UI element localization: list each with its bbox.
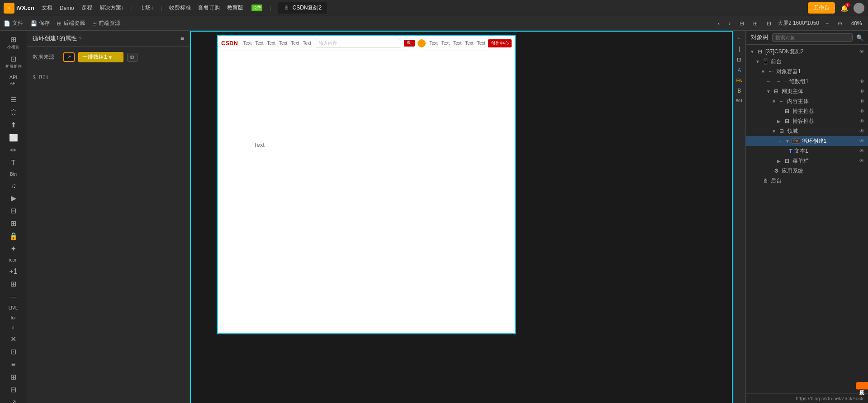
layout-btn1[interactable]: ⊟ [737, 19, 747, 28]
tree-item-qiantai[interactable]: ▼ 📱 前台 [746, 56, 868, 66]
edge-tool-arrow[interactable]: ← [735, 33, 744, 42]
sidebar-shape[interactable]: ⬡ [2, 107, 25, 118]
nav-docs[interactable]: 文档 [42, 4, 52, 12]
user-avatar[interactable] [854, 3, 864, 14]
tree-item-domain[interactable]: ▼ ⊟ 领域 👁 [746, 126, 868, 136]
sidebar-pen[interactable]: ✏ [2, 145, 25, 156]
copy-btn[interactable]: ⧉ [127, 53, 138, 62]
tree-item-blogger[interactable]: ▼ ⊟ 博主推荐 👁 [746, 106, 868, 116]
logo[interactable]: i iVX.cn [4, 3, 34, 14]
sidebar-grid3[interactable]: ⊞ [2, 372, 25, 383]
sidebar-extensions[interactable]: ⊡ 扩展组件 [2, 54, 25, 71]
edge-tool-sof[interactable]: 501 [735, 97, 744, 104]
sidebar-arrow[interactable]: ↗ [2, 397, 25, 403]
eye-icon-loop[interactable]: 👁 [859, 138, 864, 144]
sidebar-btn[interactable]: Btn [2, 170, 25, 178]
prev-button[interactable]: ‹ [715, 19, 722, 28]
tree-item-loop-create[interactable]: → ▼ for 循环创建1 👁 [746, 136, 868, 146]
sidebar-rect[interactable]: ⬜ [2, 132, 25, 143]
edge-tool-grid[interactable]: ⊡ [735, 55, 744, 64]
tree-item-array1[interactable]: ← ··· 一维数组1 👁 [746, 76, 868, 86]
sidebar-list2[interactable]: ⊟ [2, 384, 25, 395]
props-more-btn[interactable]: ≡ [180, 35, 184, 42]
eye-icon-text1[interactable]: 👁 [859, 148, 864, 154]
tree-item-menubar[interactable]: ▶ ⊟ 菜单栏 👁 [746, 156, 868, 166]
search-icon[interactable]: 🔍 [856, 34, 863, 41]
nav-demo[interactable]: Demo [60, 5, 74, 11]
sidebar-lock[interactable]: 🔒 [2, 231, 25, 242]
sidebar-api[interactable]: API API [2, 73, 25, 87]
edge-tool-b[interactable]: B [735, 86, 744, 95]
edge-tool-fw[interactable]: Fw [735, 77, 744, 84]
notification-bell[interactable]: 🔔 1 [840, 5, 848, 12]
tree-item-container1[interactable]: ▼ ··· 对象容器1 [746, 66, 868, 76]
tree-item-webpage[interactable]: ▼ ⊟ 网页主体 👁 [746, 86, 868, 96]
tree-item-appsystem[interactable]: ▼ ⚙ 应用系统 [746, 166, 868, 176]
nav-education[interactable]: 教育版 [227, 4, 243, 12]
eye-icon-root[interactable]: 👁 [859, 49, 864, 54]
nav-csdn-tab[interactable]: 🖥 CSDN复刻2 [278, 2, 327, 14]
zoom-out-button[interactable]: − [823, 19, 831, 28]
csdn-search-btn[interactable]: 🔍 [404, 40, 415, 47]
canvas-area[interactable]: CSDN Text Text Text Text Text Text 输入内容 … [190, 31, 733, 403]
sidebar-live[interactable]: LIVE [2, 304, 25, 312]
edge-tool-sep[interactable]: | [735, 44, 744, 53]
next-button[interactable]: › [726, 19, 733, 28]
eye-icon-domain[interactable]: 👁 [859, 128, 864, 134]
data-source-btn[interactable]: ↗ [63, 52, 75, 62]
tree-item-backend[interactable]: ▼ 🖥 后台 [746, 176, 868, 186]
feedback-button[interactable]: 意见反馈 [856, 382, 868, 389]
sidebar-modules[interactable]: ⊞ 小模块 [2, 34, 25, 52]
sidebar-iconset[interactable]: icon [2, 256, 25, 264]
sidebar-grid2[interactable]: ⊞ [2, 279, 25, 290]
blogger-icon: ⊟ [783, 108, 791, 114]
edge-tool-a[interactable]: A [735, 66, 744, 75]
layout-btn3[interactable]: ⊡ [764, 19, 774, 28]
nav-market[interactable]: 市场↓ [140, 4, 153, 12]
sidebar-table[interactable]: ⊞ [2, 218, 25, 229]
nav-packages[interactable]: 套餐订购 [198, 4, 220, 12]
tree-item-content[interactable]: ▼ ··· 内容主体 👁 [746, 96, 868, 106]
sidebar-text[interactable]: T [2, 158, 25, 169]
sidebar-list[interactable]: ☰ [2, 94, 25, 105]
csdn-create-btn[interactable]: 创作中心 [488, 39, 512, 47]
sidebar-upload[interactable]: ⬆ [2, 120, 25, 131]
file-menu[interactable]: 📄 文件 [4, 19, 23, 27]
backend-resource-button[interactable]: ⊞ 后端资源 [57, 19, 85, 27]
text-badge: T [789, 148, 792, 155]
data-source-dropdown[interactable]: 一维数组1 ▾ [78, 52, 123, 62]
props-help[interactable]: ? [79, 36, 81, 41]
csdn-search-box[interactable]: 输入内容 [316, 39, 400, 48]
frontend-resource-button[interactable]: ⊟ 前端资源 [92, 19, 120, 27]
eye-icon-menubar[interactable]: 👁 [859, 158, 864, 164]
sidebar-container[interactable]: ⊟ [2, 206, 25, 216]
sidebar-square[interactable]: ⊡ [2, 347, 25, 357]
tree-item-blogger2[interactable]: ▶ ⊟ 博客推荐 👁 [746, 116, 868, 126]
workspace-button[interactable]: 工作台 [808, 2, 835, 14]
save-button[interactable]: 💾 保存 [30, 19, 50, 27]
tree-label-blogger2: 博客推荐 [792, 117, 858, 125]
nav-pricing[interactable]: 收费标准 [169, 4, 191, 12]
sidebar-for[interactable]: for [2, 314, 25, 322]
eye-icon-content[interactable]: 👁 [859, 98, 864, 104]
sidebar-cross[interactable]: ✕ [2, 334, 25, 345]
eye-icon-webpage[interactable]: 👁 [859, 89, 864, 94]
layout-btn2[interactable]: ⊞ [750, 19, 760, 28]
tree-search-input[interactable] [772, 33, 853, 42]
tree-label-menubar: 菜单栏 [792, 157, 858, 165]
csdn-tab-icon: 🖥 [284, 5, 289, 11]
sidebar-divider-item[interactable]: — [2, 291, 25, 302]
tree-item-text1[interactable]: ▼ T 文本1 👁 [746, 146, 868, 156]
eye-icon-blogger[interactable]: 👁 [859, 108, 864, 114]
sidebar-menu[interactable]: ≡ [2, 359, 25, 370]
eye-icon-array1[interactable]: 👁 [859, 79, 864, 84]
sidebar-sparkle[interactable]: ✦ [2, 244, 25, 254]
nav-solutions[interactable]: 解决方案↓ [100, 4, 124, 12]
nav-course[interactable]: 课程 [81, 4, 92, 12]
tree-item-root[interactable]: ▼ ⊟ [37]CSDN复刻2 👁 [746, 47, 868, 56]
sidebar-video[interactable]: ▶ [2, 193, 25, 204]
sidebar-if[interactable]: if [2, 324, 25, 332]
eye-icon-blogger2[interactable]: 👁 [859, 118, 864, 124]
sidebar-plus1[interactable]: +1 [2, 266, 25, 277]
sidebar-audio[interactable]: ♫ [2, 180, 25, 191]
